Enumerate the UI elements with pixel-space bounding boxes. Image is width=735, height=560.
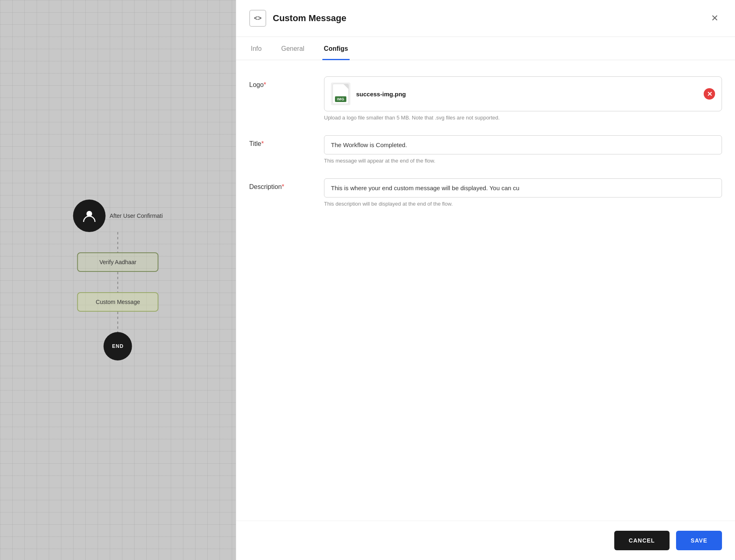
dialog-title: Custom Message [273, 13, 701, 24]
title-required-star: * [261, 140, 264, 147]
dialog-content: Logo* IMG success-img.png ✕ Upload a log… [236, 60, 735, 521]
file-upload-box[interactable]: IMG success-img.png ✕ [324, 76, 722, 111]
workflow-nodes: After User Confirmati Verify Aadhaar Cus… [73, 200, 163, 360]
logo-field: IMG success-img.png ✕ Upload a logo file… [324, 76, 722, 121]
title-input[interactable] [324, 135, 722, 154]
file-icon-inner: IMG [333, 84, 349, 104]
workflow-canvas: After User Confirmati Verify Aadhaar Cus… [0, 0, 236, 560]
user-node[interactable]: After User Confirmati [73, 200, 163, 232]
dialog-panel: <> Custom Message ✕ Info General Configs… [236, 0, 735, 560]
verify-aadhaar-node[interactable]: Verify Aadhaar [77, 252, 159, 272]
title-hint: This message will appear at the end of t… [324, 158, 722, 164]
logo-hint: Upload a logo file smaller than 5 MB. No… [324, 115, 722, 121]
tabs-container: Info General Configs [236, 37, 735, 60]
user-circle-icon [73, 200, 106, 232]
description-input[interactable] [324, 178, 722, 198]
tab-configs[interactable]: Configs [322, 37, 350, 60]
file-icon: IMG [331, 82, 350, 105]
connector-line-1 [117, 232, 118, 252]
file-name: success-img.png [356, 91, 698, 98]
remove-file-button[interactable]: ✕ [704, 88, 715, 100]
description-required-star: * [282, 183, 284, 190]
cancel-button[interactable]: CANCEL [614, 531, 670, 550]
tab-info[interactable]: Info [249, 37, 263, 60]
close-button[interactable]: ✕ [707, 11, 722, 26]
logo-row: Logo* IMG success-img.png ✕ Upload a log… [249, 76, 722, 121]
connector-line-3 [117, 312, 118, 332]
custom-message-node[interactable]: Custom Message [77, 292, 159, 312]
description-label: Description* [249, 178, 314, 207]
end-node: END [104, 332, 132, 360]
code-icon-button[interactable]: <> [249, 10, 266, 27]
user-node-label: After User Confirmati [110, 213, 163, 219]
dialog-header: <> Custom Message ✕ [236, 0, 735, 37]
save-button[interactable]: SAVE [676, 531, 722, 550]
file-img-badge: IMG [335, 96, 347, 102]
dialog-footer: CANCEL SAVE [236, 521, 735, 560]
description-row: Description* This description will be di… [249, 178, 722, 207]
connector-line-2 [117, 272, 118, 292]
description-hint: This description will be displayed at th… [324, 201, 722, 207]
title-label: Title* [249, 135, 314, 164]
logo-label: Logo* [249, 76, 314, 121]
description-field: This description will be displayed at th… [324, 178, 722, 207]
title-field: This message will appear at the end of t… [324, 135, 722, 164]
logo-required-star: * [264, 81, 266, 88]
title-row: Title* This message will appear at the e… [249, 135, 722, 164]
tab-general[interactable]: General [280, 37, 306, 60]
